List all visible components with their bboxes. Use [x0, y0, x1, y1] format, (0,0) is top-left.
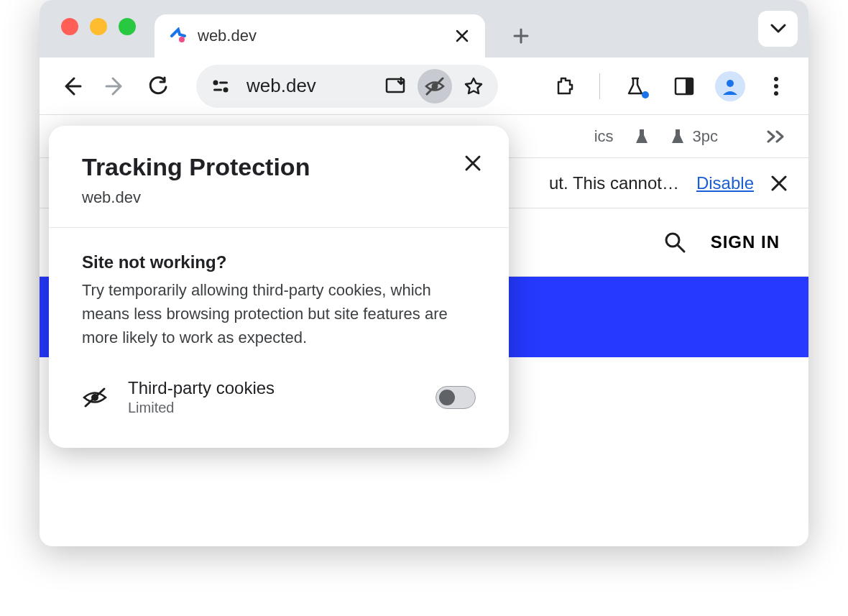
popover-body: Site not working? Try temporarily allowi…: [49, 228, 509, 448]
row-labels: Third-party cookies Limited: [128, 378, 418, 416]
new-tab-button[interactable]: [503, 18, 539, 54]
extensions-icon[interactable]: [546, 68, 582, 104]
close-window-button[interactable]: [61, 18, 78, 35]
svg-point-12: [774, 91, 778, 96]
svg-rect-2: [219, 81, 228, 83]
svg-point-1: [213, 80, 218, 85]
maximize-window-button[interactable]: [119, 18, 136, 35]
bookmark-label: 3pc: [693, 127, 718, 146]
third-party-cookies-toggle[interactable]: [435, 386, 476, 409]
sign-in-link[interactable]: SIGN IN: [711, 232, 780, 252]
svg-point-0: [179, 37, 185, 42]
search-icon[interactable]: [663, 231, 686, 254]
svg-rect-8: [686, 78, 693, 94]
popover-title: Tracking Protection: [82, 153, 476, 181]
forward-button[interactable]: [97, 68, 133, 104]
row-status: Limited: [128, 400, 418, 416]
tracking-protection-popover: Tracking Protection web.dev Site not wor…: [49, 126, 509, 448]
infobar-close-icon[interactable]: [771, 175, 787, 191]
toolbar-divider: [599, 73, 600, 99]
sidepanel-icon[interactable]: [666, 68, 702, 104]
tab-strip: web.dev: [40, 0, 808, 58]
site-settings-icon[interactable]: [203, 69, 238, 104]
minimize-window-button[interactable]: [90, 18, 107, 35]
popover-header: Tracking Protection web.dev: [49, 126, 509, 228]
site-not-working-title: Site not working?: [82, 252, 476, 272]
url-text: web.dev: [242, 75, 374, 97]
eye-slash-icon: [82, 387, 111, 408]
install-pwa-icon[interactable]: [379, 69, 413, 104]
svg-point-10: [774, 77, 778, 81]
tabs-dropdown-button[interactable]: [758, 11, 798, 47]
labs-icon[interactable]: [617, 68, 653, 104]
address-bar[interactable]: web.dev: [196, 65, 498, 108]
disable-link[interactable]: Disable: [696, 173, 754, 193]
infobar-text-partial: ut. This cannot…: [549, 173, 679, 193]
reload-button[interactable]: [140, 68, 176, 104]
tab-title: web.dev: [198, 27, 443, 45]
bookmark-item-3pc[interactable]: 3pc: [670, 127, 718, 146]
close-tab-button[interactable]: [453, 27, 471, 45]
bookmark-star-icon[interactable]: [456, 69, 491, 104]
bookmark-item-partial[interactable]: ics: [594, 127, 614, 146]
toolbar-right: [546, 68, 794, 104]
svg-rect-4: [213, 88, 222, 91]
window-controls: [61, 18, 136, 35]
site-favicon: [169, 27, 188, 45]
third-party-cookies-row: Third-party cookies Limited: [82, 378, 476, 416]
toolbar: web.dev: [40, 58, 808, 115]
svg-point-11: [774, 84, 778, 88]
svg-point-3: [223, 87, 229, 92]
bookmark-overflow-icon[interactable]: [767, 130, 787, 143]
menu-dots-icon[interactable]: [758, 68, 794, 104]
row-title: Third-party cookies: [128, 378, 418, 398]
tracking-protection-icon[interactable]: [418, 69, 452, 104]
site-not-working-text: Try temporarily allowing third-party coo…: [82, 278, 476, 349]
svg-point-9: [727, 80, 734, 87]
profile-avatar[interactable]: [715, 71, 745, 101]
popover-close-button[interactable]: [458, 149, 487, 178]
popover-site: web.dev: [82, 188, 476, 207]
browser-tab[interactable]: web.dev: [155, 14, 485, 58]
back-button[interactable]: [54, 68, 90, 104]
bookmark-item[interactable]: [634, 128, 650, 145]
